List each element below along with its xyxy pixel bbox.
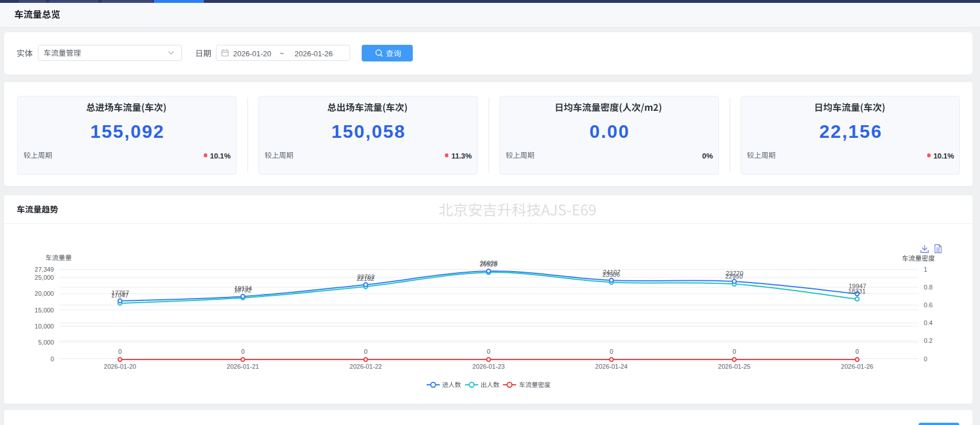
svg-text:0.6: 0.6 — [924, 302, 932, 308]
svg-text:17767: 17767 — [111, 289, 129, 296]
svg-text:0.8: 0.8 — [924, 284, 932, 291]
svg-text:2026-01-20: 2026-01-20 — [104, 363, 136, 370]
svg-text:0.4: 0.4 — [924, 319, 932, 326]
svg-text:15,000: 15,000 — [34, 307, 54, 314]
svg-text:19947: 19947 — [849, 283, 866, 289]
svg-text:23770: 23770 — [726, 270, 743, 277]
svg-text:2026-01-21: 2026-01-21 — [227, 363, 259, 370]
svg-text:5,000: 5,000 — [38, 339, 54, 346]
svg-text:0: 0 — [855, 348, 859, 355]
svg-text:10,000: 10,000 — [34, 323, 54, 330]
svg-text:2026-01-26: 2026-01-26 — [841, 363, 873, 370]
svg-text:27,349: 27,349 — [34, 266, 54, 273]
svg-text:0: 0 — [364, 348, 367, 355]
svg-text:2026-01-23: 2026-01-23 — [472, 363, 505, 370]
svg-text:0: 0 — [610, 348, 613, 355]
svg-text:22762: 22762 — [357, 273, 375, 280]
svg-text:2026-01-24: 2026-01-24 — [595, 363, 627, 370]
svg-text:0: 0 — [51, 356, 54, 362]
svg-text:0: 0 — [118, 348, 122, 355]
svg-text:0: 0 — [733, 348, 736, 355]
svg-text:0: 0 — [487, 348, 490, 355]
svg-text:26928: 26928 — [480, 260, 498, 266]
svg-text:20,000: 20,000 — [34, 290, 54, 297]
svg-text:19134: 19134 — [234, 285, 252, 292]
svg-text:0: 0 — [241, 348, 245, 355]
svg-text:2026-01-25: 2026-01-25 — [718, 363, 750, 370]
svg-text:1: 1 — [924, 266, 927, 273]
svg-text:25,000: 25,000 — [34, 274, 54, 281]
svg-text:0.2: 0.2 — [924, 337, 932, 344]
svg-text:24107: 24107 — [603, 269, 621, 276]
svg-text:0: 0 — [924, 356, 927, 362]
svg-text:2026-01-22: 2026-01-22 — [350, 363, 382, 370]
